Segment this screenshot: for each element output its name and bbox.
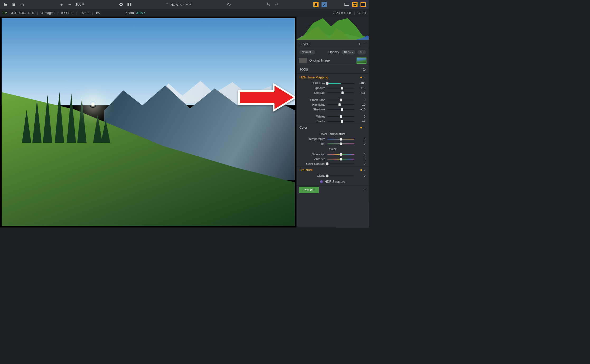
magic-tool-icon[interactable]: [322, 2, 327, 7]
slider-handle[interactable]: [326, 175, 328, 178]
slider-handle[interactable]: [341, 120, 343, 123]
slider-track[interactable]: [327, 92, 354, 93]
slider-track[interactable]: [327, 109, 354, 110]
sidebar: Layers + − Normal ▾ Opacity 100% ▾ ≡ ▾ O…: [297, 17, 369, 228]
slider-value: 0: [356, 157, 365, 161]
slider-value: +11: [356, 91, 365, 95]
hand-tool-icon[interactable]: [313, 2, 319, 7]
slider-highlights[interactable]: Highlights -10: [297, 102, 369, 107]
crop-icon[interactable]: [226, 2, 232, 7]
slider-handle[interactable]: [341, 108, 343, 111]
slider-track[interactable]: [327, 104, 354, 105]
add-layer-icon[interactable]: +: [358, 41, 361, 46]
tools-panel-header: Tools: [297, 65, 369, 74]
image-count: 3 images: [41, 11, 54, 15]
slider-exposure[interactable]: Exposure +10: [297, 86, 369, 90]
slider-clarity[interactable]: Clarity 0: [297, 174, 369, 178]
slider-track[interactable]: [327, 139, 354, 139]
slider-value: 0: [356, 115, 365, 118]
histogram-toggle-icon[interactable]: [344, 2, 349, 7]
undo-icon[interactable]: [266, 2, 271, 7]
slider-track[interactable]: [327, 159, 354, 160]
redo-icon[interactable]: [274, 2, 279, 7]
zoom-indicator[interactable]: Zoom: 31% ▾: [125, 11, 145, 15]
slider-saturation[interactable]: Saturation 0: [297, 152, 369, 157]
layer-menu-icon[interactable]: ≡ ▾: [358, 50, 366, 55]
preview-toggle-icon[interactable]: [119, 2, 124, 7]
add-preset-icon[interactable]: +: [364, 188, 366, 192]
section-color[interactable]: Color ⌄: [297, 124, 369, 131]
image-toggle-icon[interactable]: [360, 2, 366, 7]
layer-image-thumb[interactable]: [357, 58, 367, 64]
slider-handle[interactable]: [340, 115, 342, 118]
slider-handle[interactable]: [340, 158, 342, 161]
save-icon[interactable]: [11, 2, 17, 7]
aperture: f/5: [96, 11, 100, 15]
slider-label: Shadows: [297, 108, 325, 111]
slider-track[interactable]: [327, 88, 354, 88]
zoom-out-icon[interactable]: −: [67, 2, 72, 7]
presets-button[interactable]: Presets: [299, 187, 319, 193]
histogram[interactable]: [297, 17, 369, 40]
app-title: 2017Aurora HDR: [166, 2, 192, 7]
slider-value: -10: [356, 103, 365, 106]
slider-handle[interactable]: [326, 162, 328, 165]
slider-handle[interactable]: [340, 99, 342, 101]
slider-label: Highlights: [297, 103, 325, 106]
layer-name: Original Image: [309, 59, 330, 63]
svg-rect-1: [130, 3, 131, 6]
hdr-structure-button[interactable]: HDR Structure: [297, 178, 369, 185]
slider-label: Vibrance: [297, 157, 325, 161]
slider-track[interactable]: [327, 175, 354, 176]
bit-depth: 32-bit: [358, 11, 366, 15]
blend-mode-select[interactable]: Normal ▾: [299, 50, 315, 55]
slider-track[interactable]: [327, 83, 354, 84]
export-icon[interactable]: [20, 2, 25, 7]
slider-label: Smart Tone: [297, 98, 325, 102]
opacity-value[interactable]: 100% ▾: [341, 50, 355, 55]
compare-split-icon[interactable]: [127, 2, 132, 7]
slider-smart tone[interactable]: Smart Tone 0: [297, 97, 369, 102]
slider-tint[interactable]: Tint 0: [297, 142, 369, 146]
layer-mask-thumb[interactable]: [299, 58, 307, 63]
slider-color contrast[interactable]: Color Contrast 0: [297, 161, 369, 166]
slider-blacks[interactable]: Blacks +7: [297, 119, 369, 124]
slider-track[interactable]: [327, 121, 354, 122]
reset-tools-icon[interactable]: [363, 68, 366, 71]
slider-handle[interactable]: [341, 91, 344, 94]
open-folder-icon[interactable]: [3, 2, 8, 7]
layer-item[interactable]: Original Image: [297, 56, 369, 65]
slider-track[interactable]: [327, 143, 354, 144]
slider-handle[interactable]: [340, 153, 342, 156]
slider-track[interactable]: [327, 164, 354, 164]
slider-whites[interactable]: Whites 0: [297, 114, 369, 119]
slider-track[interactable]: [327, 116, 354, 117]
slider-handle[interactable]: [340, 138, 342, 141]
zoom-in-icon[interactable]: +: [59, 2, 64, 7]
slider-vibrance[interactable]: Vibrance 0: [297, 157, 369, 161]
slider-label: Saturation: [297, 153, 325, 156]
remove-layer-icon[interactable]: −: [363, 41, 366, 46]
slider-handle[interactable]: [340, 142, 342, 145]
slider-label: Whites: [297, 115, 325, 118]
layers-toggle-icon[interactable]: [352, 2, 358, 7]
slider-value: 0: [356, 153, 365, 156]
slider-contrast[interactable]: Contrast +11: [297, 91, 369, 95]
slider-track[interactable]: [327, 154, 354, 155]
section-active-dot: [360, 77, 362, 78]
section-hdr-tone-mapping[interactable]: HDR Tone Mapping ⌄: [297, 74, 369, 81]
slider-hdr look[interactable]: HDR Look -100: [297, 81, 369, 86]
slider-label: Tint: [297, 142, 325, 146]
slider-handle[interactable]: [341, 87, 343, 90]
slider-handle[interactable]: [338, 103, 340, 106]
section-structure[interactable]: Structure ⌄: [297, 166, 369, 174]
slider-handle[interactable]: [326, 82, 328, 85]
layers-panel-header: Layers + −: [297, 40, 369, 48]
zoom-display[interactable]: 100%: [75, 2, 84, 7]
canvas[interactable]: [0, 17, 297, 228]
slider-temperature[interactable]: Temperature 0: [297, 137, 369, 142]
slider-track[interactable]: [327, 100, 354, 100]
annotation-arrow: [237, 81, 295, 114]
section-active-dot: [360, 127, 362, 128]
slider-shadows[interactable]: Shadows +10: [297, 107, 369, 112]
